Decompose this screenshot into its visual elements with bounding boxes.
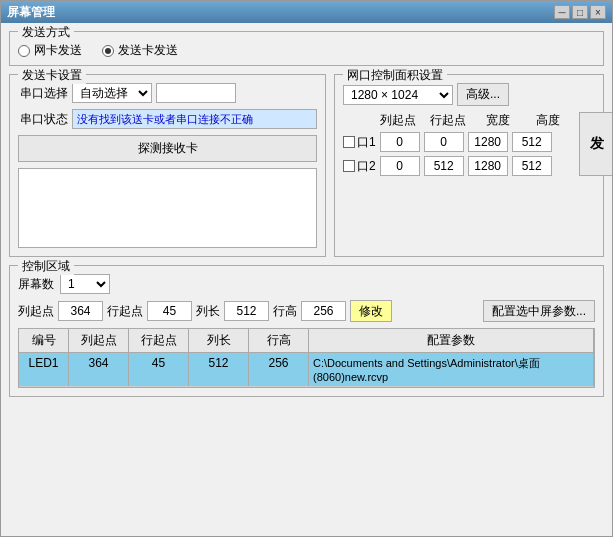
sendcard-label: 发送卡发送 bbox=[118, 42, 178, 59]
close-button[interactable]: × bbox=[590, 5, 606, 19]
led-table: 编号 列起点 行起点 列长 行高 配置参数 LED1 364 45 512 25… bbox=[18, 328, 595, 388]
resolution-row: 1280 × 1024 高级... bbox=[343, 83, 595, 106]
net-row-1-height[interactable] bbox=[512, 132, 552, 152]
net-settings-label: 网口控制面积设置 bbox=[343, 67, 447, 84]
col-len-input[interactable] bbox=[224, 301, 269, 321]
net-table-area: 列起点 行起点 宽度 高度 口1 bbox=[343, 112, 595, 180]
minimize-button[interactable]: ─ bbox=[554, 5, 570, 19]
net-table-header: 列起点 行起点 宽度 高度 bbox=[345, 112, 573, 129]
col-header-colstart: 列起点 bbox=[373, 112, 423, 129]
net-row-1: 口1 bbox=[343, 132, 573, 152]
port-label: 串口选择 bbox=[18, 85, 68, 102]
title-controls: ─ □ × bbox=[554, 5, 606, 19]
net-row-2-colstart[interactable] bbox=[380, 156, 420, 176]
row-height-input[interactable] bbox=[301, 301, 346, 321]
td-id: LED1 bbox=[19, 353, 69, 386]
row-start-label: 行起点 bbox=[107, 303, 143, 320]
sendcard-radio[interactable]: 发送卡发送 bbox=[102, 42, 178, 59]
td-rowheight: 256 bbox=[249, 353, 309, 386]
detect-button[interactable]: 探测接收卡 bbox=[18, 135, 317, 162]
netcard-label: 网卡发送 bbox=[34, 42, 82, 59]
net-row-2-width[interactable] bbox=[468, 156, 508, 176]
col-start-input[interactable] bbox=[58, 301, 103, 321]
row-height-label: 行高 bbox=[273, 303, 297, 320]
send-button[interactable]: 发 送 bbox=[579, 112, 612, 176]
send-method-label: 发送方式 bbox=[18, 24, 74, 41]
td-config-path: C:\Documents and Settings\Administrator\… bbox=[309, 353, 594, 386]
th-colstart: 列起点 bbox=[69, 329, 129, 352]
preview-area bbox=[18, 168, 317, 248]
net-row-2: 口2 bbox=[343, 156, 573, 176]
port-extra-input bbox=[156, 83, 236, 103]
th-rowheight: 行高 bbox=[249, 329, 309, 352]
params-row: 列起点 行起点 列长 行高 修改 配置选中屏参数... bbox=[18, 300, 595, 322]
row-start-input[interactable] bbox=[147, 301, 192, 321]
col-start-label: 列起点 bbox=[18, 303, 54, 320]
settings-row: 发送卡设置 串口选择 自动选择 串口状态 没有找到该送卡或者串口连接不正确 探测… bbox=[9, 74, 604, 257]
th-collen: 列长 bbox=[189, 329, 249, 352]
checkbox-2[interactable] bbox=[343, 160, 355, 172]
title-bar: 屏幕管理 ─ □ × bbox=[1, 1, 612, 23]
status-row: 串口状态 没有找到该送卡或者串口连接不正确 bbox=[18, 109, 317, 129]
col-header-rowstart: 行起点 bbox=[423, 112, 473, 129]
send-method-group: 发送方式 网卡发送 发送卡发送 bbox=[9, 31, 604, 66]
net-row-1-id: 口1 bbox=[357, 134, 376, 151]
window-title: 屏幕管理 bbox=[7, 4, 55, 21]
net-row-1-colstart[interactable] bbox=[380, 132, 420, 152]
checkbox-cell-1: 口1 bbox=[343, 134, 376, 151]
screen-count-row: 屏幕数 1 bbox=[18, 274, 595, 294]
netcard-radio[interactable]: 网卡发送 bbox=[18, 42, 82, 59]
send-method-options: 网卡发送 发送卡发送 bbox=[18, 38, 595, 59]
net-row-1-rowstart[interactable] bbox=[424, 132, 464, 152]
td-colstart: 364 bbox=[69, 353, 129, 386]
screen-count-label: 屏幕数 bbox=[18, 276, 54, 293]
content-area: 发送方式 网卡发送 发送卡发送 发送卡设置 串口选择 bbox=[1, 23, 612, 536]
checkbox-cell-2: 口2 bbox=[343, 158, 376, 175]
col-header-empty bbox=[345, 112, 373, 129]
col-header-width: 宽度 bbox=[473, 112, 523, 129]
advanced-button[interactable]: 高级... bbox=[457, 83, 509, 106]
net-row-2-id: 口2 bbox=[357, 158, 376, 175]
net-table-inner: 列起点 行起点 宽度 高度 口1 bbox=[343, 112, 573, 180]
th-rowstart: 行起点 bbox=[129, 329, 189, 352]
maximize-button[interactable]: □ bbox=[572, 5, 588, 19]
net-row-1-width[interactable] bbox=[468, 132, 508, 152]
sender-settings-label: 发送卡设置 bbox=[18, 67, 86, 84]
th-id: 编号 bbox=[19, 329, 69, 352]
main-window: 屏幕管理 ─ □ × 发送方式 网卡发送 发送卡发送 bbox=[0, 0, 613, 537]
net-row-2-rowstart[interactable] bbox=[424, 156, 464, 176]
net-settings-group: 网口控制面积设置 1280 × 1024 高级... 列起点 行起点 bbox=[334, 74, 604, 257]
netcard-radio-circle bbox=[18, 45, 30, 57]
table-header: 编号 列起点 行起点 列长 行高 配置参数 bbox=[19, 329, 594, 353]
control-section: 控制区域 屏幕数 1 列起点 行起点 列长 行高 修改 配置选中屏参数... bbox=[9, 265, 604, 397]
net-row-2-height[interactable] bbox=[512, 156, 552, 176]
sendcard-radio-circle bbox=[102, 45, 114, 57]
sender-settings-group: 发送卡设置 串口选择 自动选择 串口状态 没有找到该送卡或者串口连接不正确 探测… bbox=[9, 74, 326, 257]
resolution-select[interactable]: 1280 × 1024 bbox=[343, 85, 453, 105]
col-len-label: 列长 bbox=[196, 303, 220, 320]
td-collen: 512 bbox=[189, 353, 249, 386]
control-section-label: 控制区域 bbox=[18, 258, 74, 275]
td-rowstart: 45 bbox=[129, 353, 189, 386]
checkbox-1[interactable] bbox=[343, 136, 355, 148]
table-row[interactable]: LED1 364 45 512 256 C:\Documents and Set… bbox=[19, 353, 594, 387]
status-label: 串口状态 bbox=[18, 111, 68, 128]
modify-button[interactable]: 修改 bbox=[350, 300, 392, 322]
col-header-height: 高度 bbox=[523, 112, 573, 129]
th-config: 配置参数 bbox=[309, 329, 594, 352]
status-text: 没有找到该送卡或者串口连接不正确 bbox=[72, 109, 317, 129]
port-select[interactable]: 自动选择 bbox=[72, 83, 152, 103]
port-row: 串口选择 自动选择 bbox=[18, 83, 317, 103]
config-selected-button[interactable]: 配置选中屏参数... bbox=[483, 300, 595, 322]
screen-count-select[interactable]: 1 bbox=[60, 274, 110, 294]
